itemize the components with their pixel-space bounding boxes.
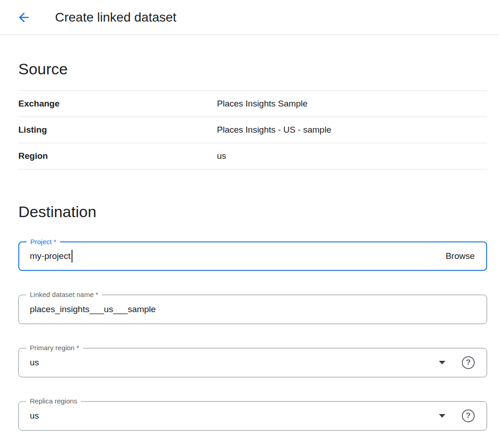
page-title: Create linked dataset	[55, 10, 177, 25]
linked-dataset-name-label: Linked dataset name *	[26, 290, 102, 299]
row-label-exchange: Exchange	[18, 99, 217, 109]
table-row-exchange: Exchange Places Insights Sample	[18, 91, 487, 117]
arrow-back-icon	[17, 10, 31, 25]
linked-dataset-name-field[interactable]: Linked dataset name * places_insights___…	[18, 295, 487, 324]
replica-regions-select[interactable]: Replica regions us ?	[18, 401, 487, 431]
main-content: Source Exchange Places Insights Sample L…	[0, 60, 499, 431]
table-row-listing: Listing Places Insights - US - sample	[18, 117, 487, 143]
primary-region-value: us	[30, 358, 39, 368]
text-caret	[72, 250, 72, 263]
row-value-region: us	[217, 151, 487, 161]
linked-dataset-name-value[interactable]: places_insights___us___sample	[30, 304, 156, 314]
row-label-listing: Listing	[18, 125, 217, 135]
chevron-down-icon[interactable]	[439, 361, 445, 364]
table-row-region: Region us	[18, 143, 487, 169]
primary-region-label: Primary region *	[26, 343, 83, 353]
page-header: Create linked dataset	[0, 0, 499, 35]
project-field-label: Project *	[27, 237, 60, 246]
replica-regions-value: us	[30, 411, 39, 421]
project-input-value[interactable]: my-project	[30, 251, 71, 261]
destination-heading: Destination	[18, 202, 487, 221]
source-heading: Source	[18, 60, 487, 78]
primary-region-select[interactable]: Primary region * us ?	[18, 348, 487, 377]
browse-button[interactable]: Browse	[446, 251, 475, 261]
row-value-listing: Places Insights - US - sample	[217, 125, 487, 135]
help-icon[interactable]: ?	[462, 409, 475, 422]
chevron-down-icon[interactable]	[439, 414, 445, 418]
help-icon[interactable]: ?	[462, 356, 475, 369]
back-button[interactable]	[14, 7, 34, 28]
row-label-region: Region	[18, 151, 217, 161]
project-field[interactable]: Project * my-project Browse	[18, 241, 487, 271]
source-info-table: Exchange Places Insights Sample Listing …	[18, 90, 487, 169]
replica-regions-label: Replica regions	[26, 397, 81, 406]
row-value-exchange: Places Insights Sample	[217, 99, 487, 109]
